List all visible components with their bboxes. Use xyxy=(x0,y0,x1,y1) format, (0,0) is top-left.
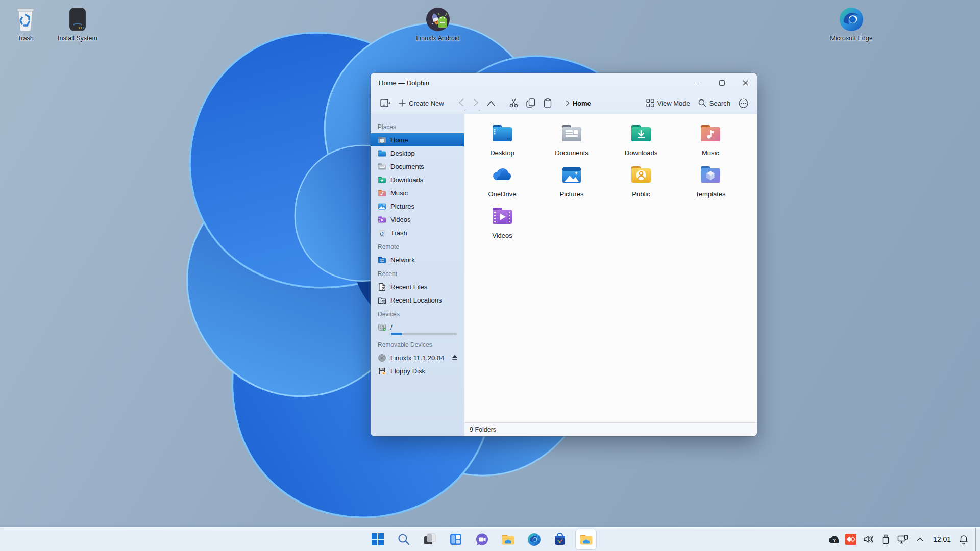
sidebar-item-documents[interactable]: Documents xyxy=(373,160,462,173)
back-dropdown-caret: ⌄ xyxy=(463,107,467,112)
usb-device-tray-icon[interactable] xyxy=(878,530,893,548)
sidebar-item-videos[interactable]: Videos xyxy=(373,213,462,226)
breadcrumb-current[interactable]: Home xyxy=(573,99,591,107)
sidebar-item-music[interactable]: Music xyxy=(373,186,462,199)
downloads-folder-icon xyxy=(629,121,653,146)
folder-item-documents[interactable]: Documents xyxy=(537,121,606,163)
notifications-bell-icon[interactable] xyxy=(956,530,971,548)
maximize-button[interactable] xyxy=(710,73,733,92)
onedrive-cloud-icon xyxy=(490,163,514,187)
taskbar: ? xyxy=(0,527,980,551)
folder-item-music[interactable]: Music xyxy=(676,121,745,163)
show-desktop-button[interactable] xyxy=(975,528,978,551)
sidebar-item-recent-files[interactable]: Recent Files xyxy=(373,280,462,293)
section-title-recent: Recent xyxy=(371,266,464,280)
up-button[interactable] xyxy=(483,95,499,111)
microsoft-store-button[interactable] xyxy=(550,529,570,549)
sidebar-item-pictures[interactable]: Pictures xyxy=(373,199,462,213)
task-view-button[interactable] xyxy=(420,529,440,549)
back-chevron-icon xyxy=(458,98,464,107)
create-new-button[interactable]: Create New xyxy=(395,95,448,111)
folder-item-onedrive[interactable]: OneDrive xyxy=(468,163,537,204)
volume-tray-icon[interactable] xyxy=(861,530,876,548)
recent-files-icon xyxy=(378,283,386,291)
close-button[interactable] xyxy=(733,73,757,92)
taskbar-search-button[interactable] xyxy=(394,529,414,549)
section-title-devices: Devices xyxy=(371,307,464,320)
sidebar-item-desktop[interactable]: Desktop xyxy=(373,146,462,160)
desktop-icon-label: Microsoft Edge xyxy=(830,35,872,43)
copy-icon xyxy=(526,98,535,108)
sidebar-item-label: Linuxfx 11.1.20.04 xyxy=(390,354,444,362)
window-titlebar[interactable]: Home — Dolphin xyxy=(371,73,757,92)
folder-label: Downloads xyxy=(625,149,657,157)
folder-label: Templates xyxy=(695,190,725,198)
desktop-icon-trash[interactable]: Trash xyxy=(1,6,50,43)
windows-logo-icon xyxy=(371,533,384,546)
folder-view[interactable]: Desktop Documents xyxy=(464,114,757,422)
folder-item-public[interactable]: Public xyxy=(606,163,676,204)
edge-icon xyxy=(838,6,865,33)
view-mode-label: View Mode xyxy=(657,99,690,107)
overflow-menu-icon xyxy=(739,98,748,108)
copy-button[interactable] xyxy=(523,95,539,111)
new-file-button[interactable] xyxy=(377,95,394,111)
file-explorer-button[interactable] xyxy=(498,529,518,549)
downloads-folder-icon xyxy=(378,176,386,184)
widgets-icon xyxy=(449,533,462,546)
pictures-icon xyxy=(378,202,386,211)
widgets-button[interactable] xyxy=(446,529,466,549)
minimize-button[interactable] xyxy=(687,73,710,92)
sidebar-item-root[interactable]: / xyxy=(373,320,462,334)
cloud-sync-tray-icon[interactable]: ? xyxy=(826,530,841,548)
public-folder-icon xyxy=(629,163,653,187)
store-icon xyxy=(553,533,567,546)
places-panel: Places Home Desktop Documents Downloads … xyxy=(371,114,464,436)
sidebar-item-label: Network xyxy=(390,256,415,264)
forward-dropdown-caret: ⌄ xyxy=(478,107,481,112)
pictures-icon xyxy=(559,163,584,187)
breadcrumb[interactable]: Home xyxy=(562,99,594,107)
folder-item-templates[interactable]: Templates xyxy=(676,163,745,204)
edge-button[interactable] xyxy=(524,529,544,549)
paste-button[interactable] xyxy=(540,95,555,111)
sidebar-item-label: Home xyxy=(390,136,408,144)
desktop-icon-microsoft-edge[interactable]: Microsoft Edge xyxy=(827,6,876,43)
eject-button[interactable] xyxy=(452,355,458,361)
taskbar-clock[interactable]: 12:01 xyxy=(930,530,954,548)
chat-button[interactable] xyxy=(472,529,492,549)
sidebar-item-recent-locations[interactable]: Recent Locations xyxy=(373,293,462,307)
desktop-icon-linuxfx-android[interactable]: Linuxfx Android xyxy=(413,6,462,43)
overflow-menu-button[interactable] xyxy=(735,95,752,111)
network-display-tray-icon[interactable] xyxy=(895,530,911,548)
desktop-folder-icon xyxy=(490,121,514,146)
forward-button[interactable]: ⌄ xyxy=(469,95,482,111)
folder-item-downloads[interactable]: Downloads xyxy=(606,121,676,163)
back-button[interactable]: ⌄ xyxy=(455,95,468,111)
sidebar-item-floppy-disk[interactable]: Floppy Disk xyxy=(373,364,462,378)
desktop-icon-install-system[interactable]: Install System xyxy=(53,6,102,43)
chat-camera-icon xyxy=(475,533,489,546)
sidebar-item-linuxfx-media[interactable]: Linuxfx 11.1.20.04 xyxy=(373,351,462,364)
folder-item-videos[interactable]: Videos xyxy=(468,204,537,245)
start-button[interactable] xyxy=(368,529,388,549)
sidebar-item-network[interactable]: Network xyxy=(373,253,462,266)
folder-item-pictures[interactable]: Pictures xyxy=(537,163,606,204)
section-title-remote: Remote xyxy=(371,239,464,253)
sidebar-item-downloads[interactable]: Downloads xyxy=(373,173,462,186)
sidebar-item-home[interactable]: Home xyxy=(371,133,464,146)
view-mode-button[interactable]: View Mode xyxy=(643,95,694,111)
scissors-icon xyxy=(509,98,518,108)
recent-locations-icon xyxy=(378,296,386,305)
tray-chevron-up[interactable] xyxy=(913,530,928,548)
floppy-disk-icon xyxy=(378,367,386,375)
folder-label: Public xyxy=(632,190,650,198)
anydesk-tray-icon[interactable] xyxy=(843,530,859,548)
dolphin-taskbar-button[interactable] xyxy=(576,529,596,549)
window-toolbar: Create New ⌄ ⌄ xyxy=(371,92,757,114)
search-button[interactable]: Search xyxy=(695,95,734,111)
folder-item-desktop[interactable]: Desktop xyxy=(468,121,537,163)
cut-button[interactable] xyxy=(506,95,522,111)
sidebar-item-trash[interactable]: Trash xyxy=(373,226,462,239)
svg-text:?: ? xyxy=(832,538,836,543)
